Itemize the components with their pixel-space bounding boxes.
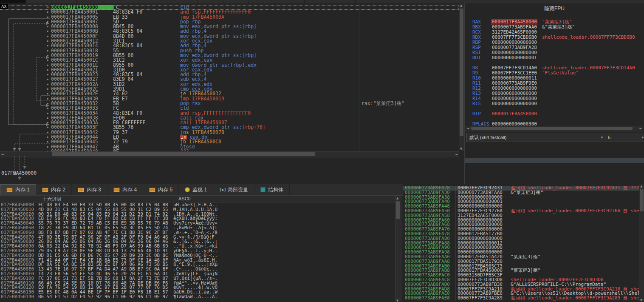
instruction-comment (359, 39, 362, 43)
registers-hscrollbar[interactable]: ◄ ► (466, 126, 643, 131)
vscroll-thumb[interactable] (640, 189, 644, 211)
stack-address: 000000773AB9FAE8 (403, 296, 455, 301)
disasm-hscrollbar[interactable]: ◄ ► (0, 151, 459, 157)
dump-tab[interactable]: 内存 2 (36, 184, 72, 195)
disasm-vscrollbar[interactable]: ▲ ▼ (459, 3, 464, 151)
breakpoint-dot-icon[interactable] (44, 130, 51, 135)
breakpoint-dot-icon[interactable] (44, 10, 51, 14)
dump-tab[interactable]: 内存 1 (0, 184, 36, 195)
instruction-text: je 17FBA450032 (180, 91, 359, 96)
dump-tab-icon (219, 188, 225, 192)
breakpoint-dot-icon[interactable] (44, 77, 51, 82)
dump-tab-label: 结构体 (268, 186, 283, 194)
stack-annotation: &"莱茉疟3]殇" (508, 191, 543, 195)
argument-row[interactable]: 3: r8 00007FF7F3CD14A0 shellcode_loader.… (465, 153, 644, 158)
scroll-down-icon[interactable]: ▼ (640, 299, 642, 302)
breakpoint-dot-icon[interactable] (44, 91, 51, 96)
breakpoint-dot-icon[interactable] (44, 53, 51, 58)
register-row[interactable]: RIP 0000017FBA450000 (472, 111, 642, 117)
breakpoint-dot-icon[interactable] (44, 72, 51, 77)
dump-vscrollbar[interactable]: ▲ ▼ (395, 196, 401, 302)
argument-row[interactable]: 4: r9 00007FF7F3CC1EE0 shellcode_loader.… (465, 158, 644, 163)
stack-row[interactable]: 000000773AB9FAE8 00007FF7F3C9A289 返回到 sh… (403, 296, 639, 301)
instruction-comment (359, 10, 362, 14)
scroll-left-icon[interactable]: ◄ (1, 153, 3, 156)
breakpoint-dot-icon[interactable] (44, 97, 51, 101)
stack-annotation: "莱茉疟3]殇" (508, 268, 541, 273)
dump-tab-icon (6, 188, 13, 192)
breakpoint-dot-icon[interactable] (44, 120, 51, 125)
breakpoint-dot-icon[interactable] (44, 15, 51, 20)
register-annotation: "FlsGetValue" (542, 71, 579, 76)
register-row[interactable]: RDI 0000000000000001 (472, 55, 642, 60)
argument-row[interactable]: 5: [rsp+28] 0000000000000000 00000000000… (465, 163, 644, 168)
breakpoint-dot-icon[interactable] (44, 116, 51, 120)
dump-ascii: ååÜH.D¾..ï.àø..W (171, 290, 217, 295)
stack-annotation (508, 222, 511, 227)
breakpoint-dot-icon[interactable] (44, 135, 51, 140)
hide-fpu-button[interactable]: 隐藏FPU (465, 5, 644, 12)
instruction-text: cld (180, 106, 359, 111)
hscroll-thumb[interactable] (52, 152, 315, 156)
vscroll-thumb[interactable] (396, 201, 400, 219)
stack-annotation (508, 199, 511, 204)
stack-annotation: 返回到 shellcode_loader.00007FF7F3C9A289 自 … (508, 296, 639, 301)
breakpoint-dot-icon[interactable] (44, 82, 51, 87)
breakpoint-dot-icon[interactable] (44, 63, 51, 68)
argument-row[interactable]: 1: rcx 3127ED42A65F0000 (465, 144, 644, 148)
scroll-up-icon[interactable]: ▲ (460, 4, 462, 7)
breakpoint-dot-icon[interactable] (44, 111, 51, 116)
hscroll-thumb[interactable] (471, 127, 633, 130)
stack-annotation (508, 250, 511, 255)
register-row[interactable]: R15 0000000000000000 (472, 101, 642, 106)
breakpoint-dot-icon[interactable] (44, 106, 51, 111)
instruction-comment (359, 106, 362, 111)
dump-tab[interactable]: 监视 1 (179, 184, 213, 195)
breakpoint-dot-icon[interactable] (44, 145, 51, 149)
dump-tab-label: 内存 2 (51, 186, 65, 194)
dump-tab[interactable]: 内存 4 (107, 184, 143, 195)
dump-tab[interactable]: 内存 3 (72, 184, 107, 195)
register-annotation: shellcode_loader.00007FF7F3CBD6B0 (542, 35, 635, 40)
vscroll-thumb[interactable] (460, 9, 463, 136)
breakpoint-dot-icon[interactable] (44, 140, 51, 144)
breakpoint-dot-icon[interactable] (44, 101, 51, 106)
breakpoint-dot-icon[interactable] (44, 39, 51, 43)
dump-tab[interactable]: 内存 5 (143, 184, 179, 195)
breakpoint-dot-icon[interactable] (44, 24, 51, 29)
breakpoint-dot-icon[interactable] (44, 43, 51, 48)
instruction-comment (359, 68, 362, 72)
instruction-text: push rbp (180, 48, 359, 53)
scroll-up-icon[interactable]: ▲ (640, 185, 642, 188)
instruction-comment (359, 20, 362, 24)
dump-tab[interactable]: 局部变量 (213, 184, 254, 195)
breakpoint-dot-icon[interactable] (44, 87, 51, 91)
scroll-left-icon[interactable]: ◄ (467, 127, 469, 130)
instruction-comment (359, 72, 362, 77)
breakpoint-dot-icon[interactable] (44, 5, 51, 10)
breakpoint-dot-icon[interactable] (44, 34, 51, 39)
stack-vscrollbar[interactable]: ▲ ▼ (639, 184, 644, 302)
dump-ascii: yÕÉ§À...Í..yjH.. (171, 249, 217, 254)
breakpoint-dot-icon[interactable] (44, 58, 51, 63)
argument-row[interactable]: 2: rdx 00007FF7F3CBD6B0 shellcode_loader… (465, 148, 644, 153)
instruction-comment (359, 140, 362, 144)
instruction-text: in eax,dx (180, 135, 359, 140)
scroll-right-icon[interactable]: ► (456, 153, 458, 156)
breakpoint-dot-icon[interactable] (44, 48, 51, 53)
breakpoint-dot-icon[interactable] (44, 125, 51, 130)
breakpoint-dot-icon[interactable] (44, 29, 51, 34)
scroll-down-icon[interactable]: ▼ (460, 147, 462, 151)
dump-row[interactable]: 017FBA450140 B6 54 E1 57 D2 E4 57 92 96 … (0, 295, 397, 299)
scroll-up-icon[interactable]: ▲ (396, 197, 398, 200)
argument-text: 1: rcx 3127ED42A65F0000 (494, 148, 558, 148)
scroll-down-icon[interactable]: ▼ (396, 299, 398, 302)
arg-count-select[interactable]: 5 ▼ (605, 133, 644, 142)
scroll-right-icon[interactable]: ► (640, 127, 642, 130)
instruction-comment (359, 53, 362, 58)
dump-tab[interactable]: 结构体 (254, 184, 290, 195)
breakpoint-dot-icon[interactable] (44, 20, 51, 24)
instruction-comment (359, 125, 362, 130)
calling-convention-select[interactable]: 默认 (x64 fastcall) ▼ (466, 133, 607, 142)
breakpoint-dot-icon[interactable] (44, 68, 51, 72)
